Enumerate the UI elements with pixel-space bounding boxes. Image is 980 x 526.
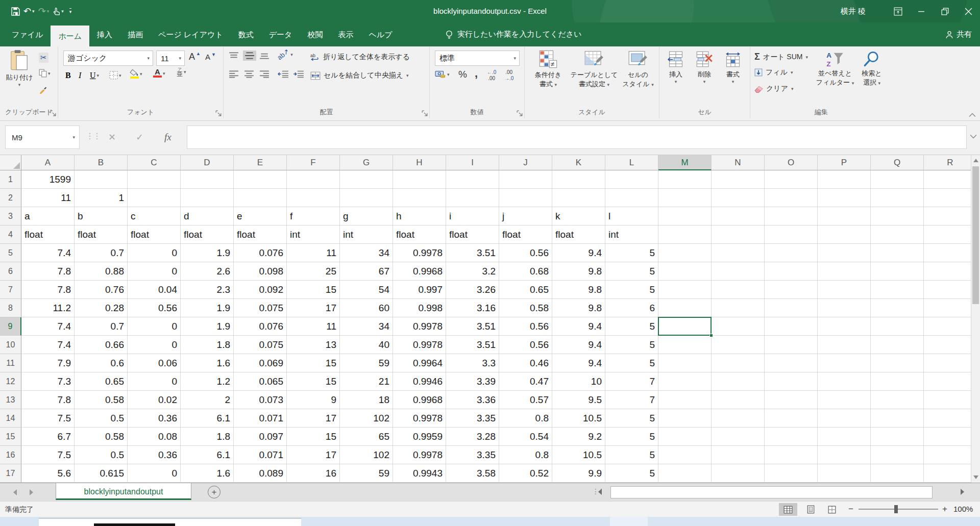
cell-F8[interactable]: 17 (287, 299, 340, 317)
column-header-Q[interactable]: Q (871, 155, 924, 170)
cell-F3[interactable]: f (287, 207, 340, 226)
cell-A14[interactable]: 7.5 (21, 409, 75, 428)
cell-F5[interactable]: 11 (287, 244, 340, 262)
cell-G15[interactable]: 65 (340, 428, 393, 446)
cell-H14[interactable]: 0.9978 (393, 409, 446, 428)
cell-C9[interactable]: 0 (128, 317, 181, 336)
cell-E10[interactable]: 0.075 (234, 336, 287, 354)
tab-ヘルプ[interactable]: ヘルプ (361, 22, 400, 46)
cell-F15[interactable]: 15 (287, 428, 340, 446)
cell-D10[interactable]: 1.8 (181, 336, 234, 354)
cell-E8[interactable]: 0.075 (234, 299, 287, 317)
cell-Q10[interactable] (871, 336, 924, 354)
cell-styles-button[interactable]: セルの スタイル ▾ (619, 49, 657, 89)
cell-K10[interactable]: 9.4 (552, 336, 605, 354)
cell-F12[interactable]: 15 (287, 372, 340, 391)
cell-E14[interactable]: 0.071 (234, 409, 287, 428)
cell-Q1[interactable] (871, 170, 924, 189)
column-header-J[interactable]: J (499, 155, 552, 170)
cell-A6[interactable]: 7.8 (21, 262, 75, 281)
cell-J17[interactable]: 0.52 (499, 464, 552, 483)
cell-F4[interactable]: int (287, 226, 340, 244)
borders-button[interactable]: ▾ (109, 71, 121, 80)
cell-H10[interactable]: 0.9978 (393, 336, 446, 354)
cell-L3[interactable]: l (605, 207, 658, 226)
cell-A2[interactable]: 11 (21, 189, 75, 207)
cell-M13[interactable] (658, 391, 712, 409)
cell-P14[interactable] (818, 409, 871, 428)
cell-E4[interactable]: float (234, 226, 287, 244)
cell-J14[interactable]: 0.8 (499, 409, 552, 428)
row-header-1[interactable]: 1 (0, 170, 21, 189)
cell-J6[interactable]: 0.68 (499, 262, 552, 281)
column-header-N[interactable]: N (712, 155, 765, 170)
cell-I10[interactable]: 3.51 (446, 336, 499, 354)
cell-C8[interactable]: 0.56 (128, 299, 181, 317)
fill-color-button[interactable]: ▾ (130, 69, 142, 79)
cell-C2[interactable] (128, 189, 181, 207)
cell-P9[interactable] (818, 317, 871, 336)
cell-A15[interactable]: 6.7 (21, 428, 75, 446)
cell-E6[interactable]: 0.098 (234, 262, 287, 281)
cell-K11[interactable]: 9.4 (552, 354, 605, 372)
cell-J11[interactable]: 0.46 (499, 354, 552, 372)
cell-R11[interactable] (924, 354, 971, 372)
cell-R10[interactable] (924, 336, 971, 354)
cell-A9[interactable]: 7.4 (21, 317, 75, 336)
cell-G9[interactable]: 34 (340, 317, 393, 336)
cell-E11[interactable]: 0.069 (234, 354, 287, 372)
cell-K5[interactable]: 9.4 (552, 244, 605, 262)
cell-D8[interactable]: 1.9 (181, 299, 234, 317)
cell-K4[interactable]: float (552, 226, 605, 244)
cell-H7[interactable]: 0.997 (393, 281, 446, 299)
cell-E13[interactable]: 0.073 (234, 391, 287, 409)
cell-B14[interactable]: 0.5 (75, 409, 128, 428)
cell-Q5[interactable] (871, 244, 924, 262)
cell-P7[interactable] (818, 281, 871, 299)
percent-style-button[interactable]: % (458, 69, 467, 80)
cell-F1[interactable] (287, 170, 340, 189)
cell-H12[interactable]: 0.9946 (393, 372, 446, 391)
cell-J5[interactable]: 0.56 (499, 244, 552, 262)
cell-F9[interactable]: 11 (287, 317, 340, 336)
cell-I13[interactable]: 3.36 (446, 391, 499, 409)
cell-H4[interactable]: float (393, 226, 446, 244)
cell-J9[interactable]: 0.56 (499, 317, 552, 336)
cell-K14[interactable]: 10.5 (552, 409, 605, 428)
cell-G12[interactable]: 21 (340, 372, 393, 391)
number-format-combo[interactable]: 標準 ▾ (435, 51, 520, 66)
column-header-K[interactable]: K (552, 155, 605, 170)
cell-Q3[interactable] (871, 207, 924, 226)
copy-button[interactable]: ▾ (39, 69, 51, 78)
column-header-H[interactable]: H (393, 155, 446, 170)
cell-D7[interactable]: 2.3 (181, 281, 234, 299)
cell-K13[interactable]: 9.5 (552, 391, 605, 409)
format-as-table-button[interactable]: テーブルとして 書式設定 ▾ (570, 49, 619, 89)
cell-L12[interactable]: 7 (605, 372, 658, 391)
cell-M10[interactable] (658, 336, 712, 354)
cell-B7[interactable]: 0.76 (75, 281, 128, 299)
row-header-12[interactable]: 12 (0, 372, 21, 391)
collapse-ribbon-button[interactable] (969, 113, 976, 117)
cell-C11[interactable]: 0.06 (128, 354, 181, 372)
cell-P12[interactable] (818, 372, 871, 391)
cell-G1[interactable] (340, 170, 393, 189)
cell-E12[interactable]: 0.065 (234, 372, 287, 391)
column-header-B[interactable]: B (75, 155, 128, 170)
cell-B12[interactable]: 0.65 (75, 372, 128, 391)
row-header-8[interactable]: 8 (0, 299, 21, 317)
cell-P5[interactable] (818, 244, 871, 262)
cell-Q2[interactable] (871, 189, 924, 207)
cell-P16[interactable] (818, 446, 871, 464)
hscroll-right-button[interactable] (961, 489, 964, 495)
wrap-text-button[interactable]: ab 折り返して全体を表示する (310, 53, 410, 62)
cell-L8[interactable]: 6 (605, 299, 658, 317)
cell-Q11[interactable] (871, 354, 924, 372)
cell-M11[interactable] (658, 354, 712, 372)
cell-A17[interactable]: 5.6 (21, 464, 75, 483)
share-button[interactable]: 共有 (945, 22, 972, 46)
cell-H13[interactable]: 0.9968 (393, 391, 446, 409)
accounting-format-button[interactable]: ▾ (435, 70, 450, 79)
column-header-A[interactable]: A (21, 155, 75, 170)
cell-G6[interactable]: 67 (340, 262, 393, 281)
